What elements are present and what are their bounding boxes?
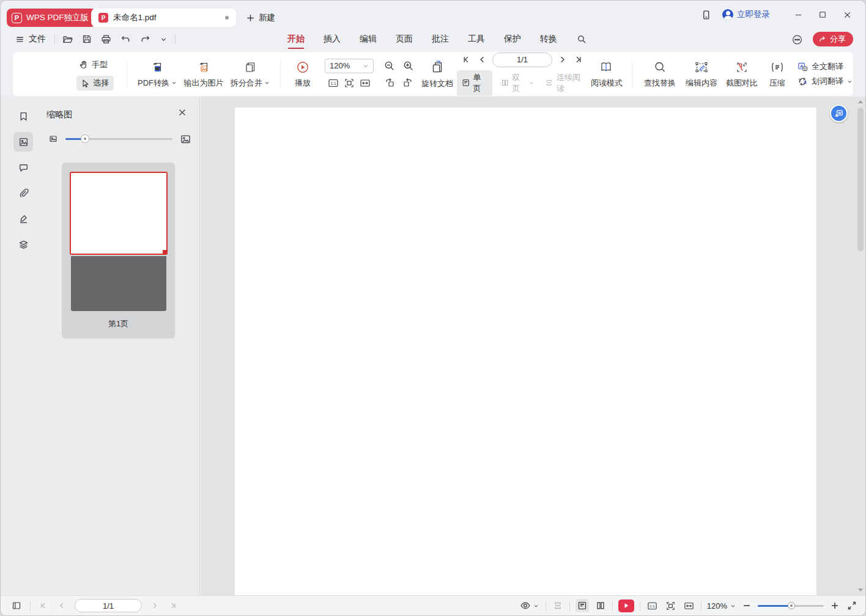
scrollbar-thumb[interactable] <box>857 108 864 251</box>
rotate-right-button[interactable] <box>401 76 415 89</box>
tab-convert[interactable]: 转换 <box>539 30 558 48</box>
tab-page[interactable]: 页面 <box>395 30 413 48</box>
continuous-read-button-status[interactable] <box>552 600 564 612</box>
layers-rail-button[interactable] <box>13 235 33 254</box>
open-file-button[interactable] <box>61 33 74 46</box>
signature-rail-button[interactable] <box>13 209 33 229</box>
tab-home[interactable]: 开始 <box>287 30 305 48</box>
zoom-slider-thumb[interactable] <box>788 602 795 609</box>
scroll-down-icon[interactable] <box>858 588 863 592</box>
minimize-button[interactable] <box>786 6 810 24</box>
first-page-button-status[interactable] <box>38 600 49 611</box>
tab-insert[interactable]: 插入 <box>323 30 341 48</box>
export-image-button[interactable]: 输出为图片 <box>181 60 226 89</box>
new-tab-button[interactable]: 新建 <box>242 9 279 27</box>
slideshow-play-button[interactable] <box>618 600 634 612</box>
convert-to-word-floating-button[interactable]: W <box>830 105 848 122</box>
tab-tools[interactable]: 工具 <box>467 30 486 48</box>
svg-text:W: W <box>155 65 160 71</box>
fit-width-button-status[interactable] <box>683 600 695 612</box>
toggle-sidebar-button[interactable] <box>10 600 23 612</box>
double-page-button-status[interactable] <box>594 600 607 612</box>
select-tool-button[interactable]: 选择 <box>76 76 114 90</box>
tab-protect[interactable]: 保护 <box>503 30 522 48</box>
edit-content-button[interactable]: 编辑内容 <box>681 60 722 89</box>
document-tab[interactable]: P 未命名1.pdf <box>91 9 236 27</box>
single-page-mode-button[interactable]: 单页 <box>457 70 492 96</box>
rotate-document-button[interactable]: 旋转文档 <box>418 59 457 89</box>
maximize-button[interactable] <box>810 6 835 24</box>
sidebar-rail <box>12 106 35 254</box>
login-button[interactable]: 立即登录 <box>722 9 770 20</box>
fit-page-button-status[interactable] <box>664 600 677 612</box>
print-button[interactable] <box>100 33 113 46</box>
read-mode-button[interactable]: 阅读模式 <box>588 60 626 89</box>
fullscreen-button[interactable] <box>846 600 858 612</box>
redo-button[interactable] <box>139 33 152 46</box>
fit-width-button[interactable] <box>358 76 372 90</box>
actual-size-button[interactable]: 1:1 <box>327 76 340 90</box>
file-menu-button[interactable]: 文件 <box>13 34 48 45</box>
page-number-input-status[interactable] <box>75 599 142 612</box>
hand-tool-button[interactable]: 手型 <box>76 57 110 72</box>
zoom-level-select-status[interactable]: 120% <box>707 601 736 610</box>
prev-page-button[interactable] <box>476 54 488 65</box>
close-button[interactable] <box>835 6 859 24</box>
double-page-mode-button[interactable]: 双页 <box>498 70 537 96</box>
panel-close-button[interactable] <box>178 108 187 117</box>
undo-button[interactable] <box>119 33 132 46</box>
next-page-button[interactable] <box>557 54 568 65</box>
zoom-in-button[interactable] <box>401 59 415 73</box>
comments-rail-button[interactable] <box>13 158 33 177</box>
page-thumbnail-item[interactable]: 第1页 <box>62 163 175 339</box>
zoom-in-button-status[interactable] <box>829 600 840 611</box>
tab-edit[interactable]: 编辑 <box>359 30 377 48</box>
visible-area-rect[interactable] <box>70 172 168 255</box>
last-page-button-status[interactable] <box>168 600 179 611</box>
actual-size-button-status[interactable]: 1:1 <box>646 600 659 612</box>
page-number-input[interactable] <box>492 53 552 67</box>
quick-access-toolbar: 文件 <box>13 29 176 50</box>
first-page-button[interactable] <box>461 54 472 65</box>
zoom-out-button[interactable] <box>382 59 396 73</box>
thumbnails-rail-button[interactable] <box>13 132 33 152</box>
compress-button[interactable]: 压缩 <box>762 60 793 89</box>
visible-area-handle[interactable] <box>163 250 167 254</box>
zoom-out-button-status[interactable] <box>741 600 752 611</box>
skin-settings-button[interactable] <box>790 32 804 46</box>
screenshot-compare-button[interactable]: 截图对比 <box>722 60 762 89</box>
thumbnail-offpage-area <box>71 256 166 311</box>
scroll-up-icon[interactable] <box>858 100 863 103</box>
split-merge-button[interactable]: 拆分合并 <box>226 60 274 89</box>
slider-track[interactable] <box>65 138 172 140</box>
single-page-button-status[interactable] <box>575 599 589 612</box>
view-mode-button[interactable] <box>519 599 540 612</box>
zoom-slider[interactable] <box>758 605 824 607</box>
pdf-convert-button[interactable]: W PDF转换 <box>133 60 181 89</box>
next-page-button-status[interactable] <box>149 600 160 611</box>
attachments-rail-button[interactable] <box>13 183 33 203</box>
slider-thumb[interactable] <box>81 134 89 143</box>
continuous-read-button[interactable]: 连续阅读 <box>542 70 588 96</box>
prev-page-button-status[interactable] <box>56 600 67 611</box>
save-button[interactable] <box>81 33 93 45</box>
app-brand-button[interactable]: P WPS PDF独立版 <box>7 9 96 27</box>
last-page-button[interactable] <box>572 54 584 65</box>
ribbon-search-button[interactable] <box>575 33 588 45</box>
find-replace-button[interactable]: 查找替换 <box>638 60 681 89</box>
full-translate-button[interactable]: A文 全文翻译 <box>798 61 843 72</box>
vertical-scrollbar[interactable] <box>856 97 865 595</box>
word-translate-button[interactable]: A文 划词翻译 <box>798 76 853 87</box>
play-button[interactable]: 播放 <box>287 60 319 89</box>
fit-page-button[interactable] <box>342 76 356 90</box>
full-translate-label: 全文翻译 <box>812 61 843 72</box>
document-area[interactable]: W <box>201 97 865 595</box>
tab-annotate[interactable]: 批注 <box>431 30 450 48</box>
mobile-device-icon[interactable] <box>700 9 712 21</box>
pdf-page[interactable] <box>235 108 816 595</box>
zoom-level-select[interactable]: 120% <box>325 59 374 73</box>
more-actions-button[interactable] <box>158 34 169 45</box>
bookmarks-rail-button[interactable] <box>13 106 33 126</box>
share-button[interactable]: 分享 <box>813 32 853 46</box>
rotate-left-button[interactable] <box>383 76 396 89</box>
